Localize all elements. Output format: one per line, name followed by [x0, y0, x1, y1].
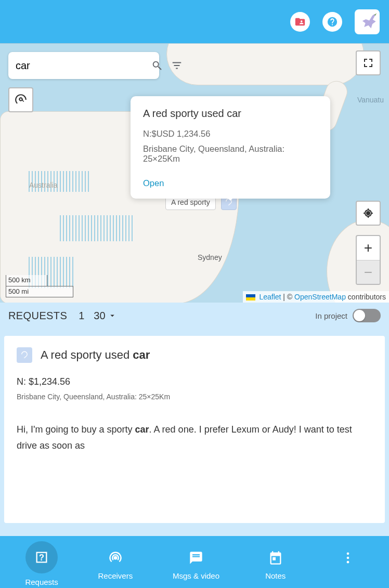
question-icon [20, 350, 29, 360]
map[interactable]: Australia Vanuatu Br e Sydney + − [0, 43, 389, 303]
popup-title: A red sporty used car [143, 108, 318, 120]
svg-point-3 [346, 556, 349, 559]
requests-count: 1 [79, 310, 84, 322]
map-attribution: Leaflet | © OpenStreetMap contributors [243, 291, 389, 303]
map-popup: A red sporty used car N:$USD 1,234.56 Br… [131, 96, 330, 199]
per-page-dropdown[interactable]: 30 [94, 310, 116, 322]
zoom-out-button: − [357, 260, 380, 284]
requests-title: REQUESTS [8, 310, 67, 322]
svg-point-4 [346, 560, 349, 563]
popup-open-link[interactable]: Open [143, 178, 164, 188]
more-vert-icon [341, 551, 355, 565]
in-project-label: In project [315, 311, 347, 320]
search-button[interactable] [151, 59, 163, 72]
dove-icon [357, 11, 378, 32]
svg-text:?: ? [39, 552, 44, 561]
chat-icon [189, 551, 203, 565]
filter-button[interactable] [171, 59, 183, 72]
popup-price: N:$USD 1,234.56 [143, 129, 318, 139]
notes-icon [268, 551, 283, 565]
leaflet-link[interactable]: Leaflet [259, 293, 281, 301]
svg-point-2 [346, 552, 349, 555]
filter-icon [171, 60, 183, 71]
popup-location: Brisbane City, Queensland, Australia: 25… [143, 144, 318, 164]
nav-msgs[interactable]: Msgs & video [173, 547, 219, 580]
request-price: N: $1,234.56 [17, 376, 372, 387]
folder-shared-button[interactable] [290, 12, 310, 32]
scale-km: 500 km [6, 275, 47, 286]
app-logo[interactable] [355, 9, 380, 34]
country-label-vanuatu: Vanuatu [357, 96, 384, 104]
bottom-nav: ? Requests Receivers Msgs & video Notes [0, 536, 389, 588]
zoom-controls: + − [356, 235, 381, 285]
top-bar [0, 0, 389, 43]
requests-icon: ? [34, 550, 49, 565]
request-description: Hi, I'm going to buy a sporty car. A red… [17, 422, 372, 453]
chevron-down-icon [108, 311, 117, 320]
request-title: A red sporty used car [41, 348, 150, 362]
map-search-area-button[interactable] [8, 87, 33, 112]
nav-receivers[interactable]: Receivers [98, 547, 133, 580]
fullscreen-button[interactable] [356, 50, 381, 75]
map-search-input[interactable] [16, 60, 147, 72]
locate-button[interactable] [356, 201, 381, 226]
nav-more[interactable] [332, 547, 364, 580]
request-location: Brisbane City, Queensland, Australia: 25… [17, 393, 372, 401]
scale-mi: 500 mi [6, 286, 73, 297]
ukraine-flag-icon [246, 294, 255, 300]
osm-link[interactable]: OpenStreetMap [294, 293, 346, 301]
help-button[interactable] [322, 12, 342, 32]
map-search-box [8, 52, 159, 79]
folder-shared-icon [294, 16, 306, 28]
zoom-in-button[interactable]: + [357, 236, 380, 260]
nav-requests[interactable]: ? Requests [25, 541, 58, 586]
map-scale: 500 km 500 mi [6, 275, 73, 297]
city-label-sydney: Sydney [198, 253, 222, 262]
svg-point-1 [113, 556, 117, 559]
fullscreen-icon [362, 57, 374, 69]
request-card[interactable]: A red sporty used car N: $1,234.56 Brisb… [4, 336, 385, 523]
search-icon [151, 60, 163, 71]
requests-list: A red sporty used car N: $1,234.56 Brisb… [0, 329, 389, 536]
globe-search-icon [14, 93, 28, 107]
in-project-toggle[interactable] [353, 309, 381, 322]
crosshair-icon [362, 207, 374, 219]
request-type-icon-box [17, 347, 32, 363]
country-label-australia: Australia [29, 181, 57, 189]
requests-header: REQUESTS 1 30 In project [0, 303, 389, 329]
receivers-icon [108, 551, 123, 565]
nav-notes[interactable]: Notes [260, 547, 292, 580]
help-icon [327, 16, 338, 28]
